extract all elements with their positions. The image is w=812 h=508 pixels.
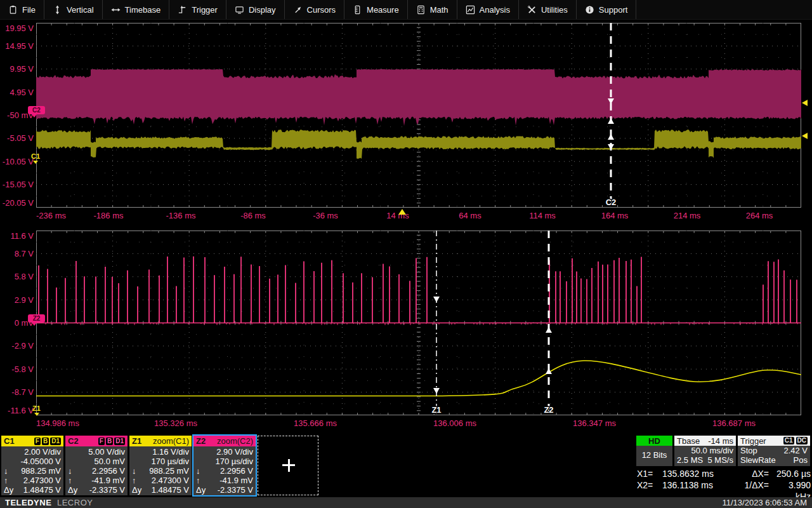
cursor-high-value: 2.47300 V bbox=[23, 476, 61, 485]
menu-support[interactable]: Support bbox=[577, 0, 636, 19]
y-axis-label: -11.6 V bbox=[0, 406, 34, 415]
right-level-marker-2[interactable] bbox=[802, 133, 808, 139]
y-axis-label: -15.05 V bbox=[0, 180, 34, 189]
delta-y-value: 1.48475 V bbox=[23, 485, 61, 495]
x-axis-label: 135.326 ms bbox=[154, 418, 197, 428]
menu-support-label: Support bbox=[599, 5, 628, 15]
x-axis-label: 134.986 ms bbox=[36, 418, 79, 428]
x-axis-label: -36 ms bbox=[313, 211, 338, 220]
menu-cursors-label: Cursors bbox=[307, 5, 336, 15]
menu-separator bbox=[636, 0, 636, 19]
hd-bits-value: 12 Bits bbox=[636, 446, 672, 465]
x-axis-label: 114 ms bbox=[529, 211, 556, 220]
analysis-chart-icon bbox=[466, 5, 475, 15]
y-axis-label: 11.6 V bbox=[0, 232, 34, 240]
y-axis-label: 19.95 V bbox=[0, 24, 34, 32]
svg-text:C2: C2 bbox=[606, 197, 617, 207]
bottom-grid-canvas[interactable]: Z1Z2 bbox=[36, 231, 801, 415]
cursor-readout: X1= 135.8632 ms ΔX= 250.6 µs X2= 136.113… bbox=[637, 468, 811, 491]
menu-math[interactable]: Math bbox=[408, 0, 457, 19]
channel-name: C2 bbox=[68, 436, 79, 446]
channel-badge-b: B bbox=[106, 438, 113, 445]
menu-display[interactable]: Display bbox=[226, 0, 284, 19]
trigger-box[interactable]: Trigger C1 DC Stop 2.42 V SlewRate Pos bbox=[738, 436, 810, 466]
right-level-marker-1[interactable] bbox=[802, 100, 808, 106]
delta-y-value: 1.48475 V bbox=[152, 485, 189, 495]
z1-zero-marker[interactable]: Z1 bbox=[32, 405, 41, 412]
x-axis-label: -236 ms bbox=[36, 211, 66, 220]
vertical-arrows-icon bbox=[53, 5, 62, 15]
menu-file[interactable]: File bbox=[0, 0, 44, 19]
vdiv-value: 2.90 V/div bbox=[216, 447, 253, 457]
cursor-high-value: -41.9 mV bbox=[219, 476, 253, 485]
x-axis-label: -86 ms bbox=[240, 211, 266, 220]
menu-measure[interactable]: Measure bbox=[344, 0, 407, 19]
file-icon bbox=[8, 5, 18, 15]
menu-cursors[interactable]: Cursors bbox=[285, 0, 344, 19]
channel-box-z2[interactable]: Z2 zoom(C2) 2.90 V/div 170 µs/div ↓2.295… bbox=[193, 436, 256, 495]
menu-utilities[interactable]: Utilities bbox=[519, 0, 576, 19]
x-axis-label: 264 ms bbox=[746, 211, 773, 220]
channel-box-z1[interactable]: Z1 zoom(C1) 1.16 V/div 170 µs/div ↓988.2… bbox=[129, 436, 192, 495]
x-axis-label: 64 ms bbox=[459, 211, 481, 220]
menu-math-label: Math bbox=[430, 5, 449, 15]
brand-teledyne: TELEDYNE bbox=[5, 498, 51, 507]
x-axis-label: 164 ms bbox=[601, 211, 629, 220]
vdiv-value: 5.00 V/div bbox=[88, 447, 125, 457]
timebase-rate: 5 MS/s bbox=[708, 455, 733, 465]
y-axis-label: -8.7 V bbox=[0, 388, 34, 396]
y-axis-label: -5.05 V bbox=[0, 134, 34, 142]
support-info-icon bbox=[585, 5, 594, 15]
utilities-tools-icon bbox=[527, 5, 537, 15]
cursor-high-value: -41.9 mV bbox=[91, 476, 125, 485]
acquisition-box[interactable]: HD 12 Bits bbox=[636, 436, 672, 466]
vdiv-value: 2.00 V/div bbox=[24, 447, 61, 457]
add-trace-box[interactable] bbox=[258, 436, 318, 495]
zoom-source-label: zoom(C2) bbox=[217, 436, 253, 446]
channel-badge-f: F bbox=[98, 438, 105, 445]
display-icon bbox=[235, 5, 244, 15]
x1-label: X1= bbox=[637, 468, 662, 479]
channel-name: C1 bbox=[4, 436, 15, 446]
channel-badge-d1: D1 bbox=[50, 438, 61, 445]
menu-analysis[interactable]: Analysis bbox=[457, 0, 518, 19]
y-axis-label: -2.9 V bbox=[0, 342, 34, 350]
x-axis-label: -136 ms bbox=[166, 211, 196, 220]
y-axis-label: 5.8 V bbox=[0, 272, 34, 281]
channel-name: Z2 bbox=[196, 436, 206, 446]
channel-badge-b: B bbox=[42, 438, 49, 445]
menu-analysis-label: Analysis bbox=[480, 5, 510, 15]
channel-header: C2 F B D1 bbox=[65, 436, 128, 446]
zoom-source-label: zoom(C1) bbox=[153, 436, 189, 446]
channel-box-c2[interactable]: C2 F B D1 5.00 V/div 50.0 mV ↓2.2956 V ↑… bbox=[65, 436, 128, 495]
z2-zero-marker[interactable]: Z2 bbox=[28, 314, 45, 323]
x-axis-label: 136.687 ms bbox=[712, 418, 756, 428]
hd-mode-label: HD bbox=[636, 436, 672, 446]
trigger-slope: Pos bbox=[794, 455, 808, 465]
cursor-low-value: 988.25 mV bbox=[149, 466, 189, 476]
trigger-level: 2.42 V bbox=[783, 446, 808, 455]
cursor-low-value: 988.25 mV bbox=[21, 466, 61, 476]
timebase-box[interactable]: Tbase -14 ms 50.0 ms/div 2.5 MS 5 MS/s bbox=[674, 436, 736, 466]
c1-zero-marker[interactable]: C1 bbox=[31, 153, 40, 160]
menu-trigger[interactable]: Trigger bbox=[169, 0, 226, 19]
svg-text:Z1: Z1 bbox=[431, 405, 441, 415]
c2-zero-marker[interactable]: C2 bbox=[28, 106, 45, 114]
top-grid-canvas[interactable]: C2 bbox=[36, 23, 801, 208]
channel-box-c1[interactable]: C1 F B D1 2.00 V/div -4.05000 V ↓988.25 … bbox=[1, 436, 63, 495]
y-axis-label: -10.05 V bbox=[0, 157, 34, 166]
x1-value: 135.8632 ms bbox=[662, 468, 737, 479]
x-axis-label: -186 ms bbox=[94, 211, 124, 220]
x-axis-label: 135.666 ms bbox=[294, 418, 337, 428]
cursor-low-value: 2.2956 V bbox=[220, 466, 253, 476]
cursor-low-value: 2.2956 V bbox=[92, 466, 125, 476]
y-axis-label: 8.7 V bbox=[0, 250, 34, 258]
menu-timebase[interactable]: Timebase bbox=[103, 0, 169, 19]
trigger-time-marker[interactable] bbox=[398, 209, 406, 215]
dx-label: ΔX= bbox=[737, 468, 771, 479]
trigger-coupling-badge: DC bbox=[796, 437, 808, 444]
trigger-label: Trigger bbox=[740, 436, 766, 446]
x-axis-label: 214 ms bbox=[674, 211, 701, 220]
delta-y-value: -2.3375 V bbox=[89, 485, 125, 495]
menu-vertical[interactable]: Vertical bbox=[44, 0, 102, 19]
